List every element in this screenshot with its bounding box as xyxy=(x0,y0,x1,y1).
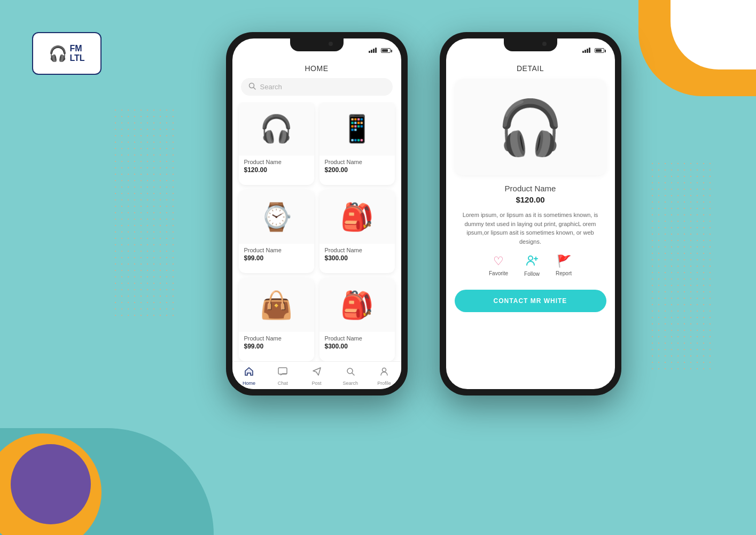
product-image-area-4: 👜 xyxy=(239,278,314,332)
logo-line1: FM xyxy=(69,44,84,53)
product-name-4: Product Name xyxy=(244,335,309,342)
nav-icon-home xyxy=(244,366,254,379)
product-price-3: $300.00 xyxy=(325,254,389,262)
battery-home xyxy=(381,48,391,53)
product-name-2: Product Name xyxy=(244,247,309,253)
product-image-4: 👜 xyxy=(260,292,293,319)
favorite-action[interactable]: ♡ Favorite xyxy=(489,254,508,277)
nav-item-post[interactable]: Post xyxy=(300,366,333,386)
detail-actions: ♡ Favorite Follow 🚩 xyxy=(446,254,615,285)
product-image-0: 🎧 xyxy=(260,115,293,142)
detail-product-price: $120.00 xyxy=(455,195,606,204)
product-info-0: Product Name $120.00 xyxy=(239,156,314,174)
product-image-area-2: ⌚ xyxy=(239,190,314,244)
logo-line2: LTL xyxy=(69,53,84,63)
svg-rect-2 xyxy=(278,368,287,374)
status-icons-detail xyxy=(582,48,604,53)
product-image-area-0: 🎧 xyxy=(239,102,314,156)
product-image-5: 🎒 xyxy=(340,292,373,319)
logo: 🎧 FM LTL xyxy=(32,32,102,75)
search-placeholder: Search xyxy=(260,83,282,91)
nav-label-home: Home xyxy=(243,381,255,386)
nav-label-post: Post xyxy=(312,381,322,386)
nav-item-chat[interactable]: Chat xyxy=(266,366,300,386)
battery-detail xyxy=(595,48,604,53)
product-card-5[interactable]: 🎒 Product Name $300.00 xyxy=(319,278,395,361)
product-card-2[interactable]: ⌚ Product Name $99.00 xyxy=(239,190,314,273)
phone-detail-notch xyxy=(504,38,557,51)
product-info-4: Product Name $99.00 xyxy=(239,332,314,350)
product-image-2: ⌚ xyxy=(260,204,293,230)
product-name-5: Product Name xyxy=(325,335,389,342)
product-name-1: Product Name xyxy=(325,159,389,165)
product-info-3: Product Name $300.00 xyxy=(319,244,395,262)
phone-detail-screen: DETAIL 🎧 Product Name $120.00 Lorem ipsu… xyxy=(446,38,615,389)
product-card-4[interactable]: 👜 Product Name $99.00 xyxy=(239,278,314,361)
logo-headphone-icon: 🎧 xyxy=(49,45,67,63)
phones-container: HOME Search 🎧 Product Name xyxy=(134,32,713,396)
signal-bar-detail xyxy=(582,48,590,53)
status-icons-home xyxy=(369,48,391,53)
product-price-0: $120.00 xyxy=(244,166,309,174)
product-image-area-3: 🎒 xyxy=(319,190,395,244)
product-info-1: Product Name $200.00 xyxy=(319,156,395,174)
nav-icon-search xyxy=(345,366,356,379)
product-info-2: Product Name $99.00 xyxy=(239,244,314,262)
favorite-icon: ♡ xyxy=(493,254,504,268)
svg-point-6 xyxy=(528,256,533,260)
product-card-0[interactable]: 🎧 Product Name $120.00 xyxy=(239,102,314,185)
product-image-area-5: 🎒 xyxy=(319,278,395,332)
detail-product-info: Product Name $120.00 xyxy=(446,184,615,211)
report-label: Report xyxy=(556,270,572,276)
product-info-5: Product Name $300.00 xyxy=(319,332,395,350)
nav-label-chat: Chat xyxy=(278,381,288,386)
product-card-1[interactable]: 📱 Product Name $200.00 xyxy=(319,102,395,185)
detail-image-container: 🎧 xyxy=(455,79,606,175)
product-name-3: Product Name xyxy=(325,247,389,253)
bg-circle-purple xyxy=(11,444,91,524)
search-bar[interactable]: Search xyxy=(241,78,393,96)
phone-home-screen: HOME Search 🎧 Product Name xyxy=(232,38,401,389)
follow-label: Follow xyxy=(524,271,540,277)
product-grid: 🎧 Product Name $120.00 📱 Product Name $2… xyxy=(232,102,401,361)
nav-item-search[interactable]: Search xyxy=(333,366,367,386)
product-price-5: $300.00 xyxy=(325,343,389,350)
nav-label-search: Search xyxy=(342,381,358,386)
detail-product-image: 🎧 xyxy=(497,100,564,154)
follow-icon xyxy=(526,254,539,269)
favorite-label: Favorite xyxy=(489,270,508,276)
bottom-nav: Home Chat Post Search Profile xyxy=(232,361,401,389)
product-image-3: 🎒 xyxy=(340,204,373,230)
report-icon: 🚩 xyxy=(557,254,571,268)
svg-point-5 xyxy=(382,368,386,372)
nav-item-home[interactable]: Home xyxy=(232,366,266,386)
phone-detail: DETAIL 🎧 Product Name $120.00 Lorem ipsu… xyxy=(440,32,621,396)
product-price-2: $99.00 xyxy=(244,254,309,262)
product-card-3[interactable]: 🎒 Product Name $300.00 xyxy=(319,190,395,273)
svg-line-1 xyxy=(253,88,255,90)
product-image-1: 📱 xyxy=(340,115,373,142)
product-price-4: $99.00 xyxy=(244,343,309,350)
detail-product-name: Product Name xyxy=(455,184,606,193)
nav-icon-chat xyxy=(277,366,288,379)
report-action[interactable]: 🚩 Report xyxy=(556,254,572,277)
nav-icon-profile xyxy=(379,366,389,379)
product-price-1: $200.00 xyxy=(325,166,389,174)
home-screen-title: HOME xyxy=(232,62,401,78)
product-image-area-1: 📱 xyxy=(319,102,395,156)
product-name-0: Product Name xyxy=(244,159,309,165)
phone-home-notch xyxy=(290,38,344,51)
signal-bar-home xyxy=(369,48,377,53)
contact-button[interactable]: CONTACT MR WHITE xyxy=(455,290,606,312)
svg-line-4 xyxy=(352,373,354,375)
follow-action[interactable]: Follow xyxy=(524,254,540,277)
phone-home: HOME Search 🎧 Product Name xyxy=(226,32,408,396)
nav-item-profile[interactable]: Profile xyxy=(367,366,401,386)
search-icon xyxy=(248,82,256,91)
detail-description: Lorem ipsum, or lipsum as it is sometime… xyxy=(446,211,615,254)
detail-screen-title: DETAIL xyxy=(446,62,615,79)
nav-icon-post xyxy=(311,366,322,379)
nav-label-profile: Profile xyxy=(377,381,391,386)
